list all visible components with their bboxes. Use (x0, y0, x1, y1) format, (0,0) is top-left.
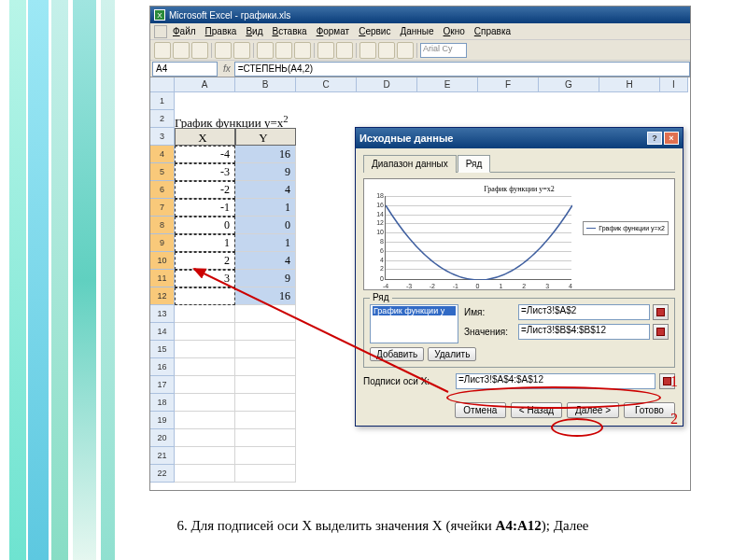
cell-A12[interactable] (175, 287, 235, 305)
tb-open-icon[interactable] (173, 42, 190, 59)
slide-decor (0, 0, 121, 560)
row-17[interactable]: 17 (150, 376, 175, 394)
cell-B9[interactable]: 1 (235, 234, 296, 252)
app-menu-icon[interactable] (154, 25, 167, 38)
menu-file[interactable]: Файл (169, 25, 200, 37)
cell-B8[interactable]: 0 (235, 217, 296, 234)
cell-A7[interactable]: -1 (175, 199, 235, 217)
xaxis-input[interactable]: =Лист3!$A$4:$A$12 (456, 373, 655, 389)
row-21[interactable]: 21 (150, 447, 175, 465)
tb-print-icon[interactable] (215, 42, 232, 59)
cell-B6[interactable]: 4 (235, 181, 296, 199)
row-10[interactable]: 10 (150, 252, 175, 270)
cell-hx[interactable]: X (175, 128, 235, 146)
cell-A9[interactable]: 1 (175, 234, 235, 252)
row-9[interactable]: 9 (150, 234, 175, 252)
col-F[interactable]: F (478, 77, 539, 92)
tb-chart-icon[interactable] (397, 42, 414, 59)
name-ref-icon[interactable] (653, 304, 669, 320)
select-all-corner[interactable] (150, 77, 175, 92)
font-combo[interactable]: Arial Cy (420, 43, 467, 58)
next-button[interactable]: Далее > (567, 402, 619, 418)
row-13[interactable]: 13 (150, 305, 175, 323)
values-ref-icon[interactable] (653, 324, 669, 340)
row-4[interactable]: 4 (150, 146, 175, 163)
tb-sum-icon[interactable] (359, 42, 376, 59)
row-22[interactable]: 22 (150, 465, 175, 483)
tab-series[interactable]: Ряд (458, 155, 491, 173)
values-input[interactable]: =Лист3!$B$4:$B$12 (518, 324, 650, 340)
cell-A11[interactable]: 3 (175, 270, 235, 287)
col-B[interactable]: B (235, 77, 296, 92)
tb-copy-icon[interactable] (275, 42, 292, 59)
row-7[interactable]: 7 (150, 199, 175, 217)
row-14[interactable]: 14 (150, 323, 175, 341)
tb-redo-icon[interactable] (336, 42, 353, 59)
name-box[interactable]: A4 (152, 62, 218, 77)
col-A[interactable]: A (175, 77, 235, 92)
cell-A5[interactable]: -3 (175, 163, 235, 181)
row-5[interactable]: 5 (150, 163, 175, 181)
finish-button[interactable]: Готово (624, 402, 675, 418)
delete-series-button[interactable]: Удалить (428, 347, 476, 361)
menu-edit[interactable]: Правка (202, 25, 241, 37)
menu-insert[interactable]: Вставка (268, 25, 310, 37)
cell-B5[interactable]: 9 (235, 163, 296, 181)
tb-sort-icon[interactable] (378, 42, 395, 59)
col-H[interactable]: H (599, 77, 660, 92)
col-D[interactable]: D (357, 77, 417, 92)
row-20[interactable]: 20 (150, 429, 175, 447)
add-series-button[interactable]: Добавить (370, 347, 424, 361)
cell-B12[interactable]: 16 (235, 287, 296, 305)
row-2[interactable]: 2 (150, 110, 175, 128)
row-15[interactable]: 15 (150, 341, 175, 358)
menu-data[interactable]: Данные (396, 25, 437, 37)
cell-B11[interactable]: 9 (235, 270, 296, 287)
cell-B10[interactable]: 4 (235, 252, 296, 270)
tb-undo-icon[interactable] (317, 42, 334, 59)
cell-A10[interactable]: 2 (175, 252, 235, 270)
row-16[interactable]: 16 (150, 358, 175, 376)
name-input[interactable]: =Лист3!$A$2 (518, 304, 650, 320)
menu-help[interactable]: Справка (471, 25, 514, 37)
row-19[interactable]: 19 (150, 412, 175, 429)
col-I[interactable]: I (660, 77, 688, 92)
row-3[interactable]: 3 (150, 128, 175, 146)
row-6[interactable]: 6 (150, 181, 175, 199)
col-E[interactable]: E (417, 77, 478, 92)
menu-window[interactable]: Окно (440, 25, 469, 37)
back-button[interactable]: < Назад (511, 402, 562, 418)
cell-A4[interactable]: -4 (175, 146, 235, 163)
col-C[interactable]: C (296, 77, 357, 92)
menu-tools[interactable]: Сервис (355, 25, 394, 37)
menu-format[interactable]: Формат (313, 25, 354, 37)
tb-paste-icon[interactable] (294, 42, 311, 59)
tb-preview-icon[interactable] (233, 42, 250, 59)
row-8[interactable]: 8 (150, 217, 175, 234)
series-listbox[interactable]: График функции y (370, 304, 458, 343)
fx-icon[interactable]: fx (223, 63, 231, 74)
name-label: Имя: (464, 307, 515, 317)
row-12[interactable]: 12 (150, 287, 175, 305)
cell-title[interactable]: График функции y=x2 (175, 110, 296, 128)
tb-cut-icon[interactable] (257, 42, 274, 59)
cell-B7[interactable]: 1 (235, 199, 296, 217)
cancel-button[interactable]: Отмена (455, 402, 506, 418)
row-18[interactable]: 18 (150, 394, 175, 412)
row-11[interactable]: 11 (150, 270, 175, 287)
help-icon[interactable]: ? (647, 132, 662, 145)
close-icon[interactable]: × (664, 132, 679, 145)
cell-hy[interactable]: Y (235, 128, 296, 146)
tb-save-icon[interactable] (191, 42, 208, 59)
col-G[interactable]: G (539, 77, 599, 92)
formula-input[interactable]: =СТЕПЕНЬ(A4,2) (234, 62, 690, 77)
cell-A8[interactable]: 0 (175, 217, 235, 234)
tab-range[interactable]: Диапазон данных (363, 155, 457, 173)
row-1[interactable]: 1 (150, 92, 175, 110)
cell-A6[interactable]: -2 (175, 181, 235, 199)
dialog-titlebar[interactable]: Исходные данные ? × (356, 128, 683, 148)
menu-view[interactable]: Вид (242, 25, 266, 37)
app-name: Microsoft Excel (169, 10, 233, 21)
cell-B4[interactable]: 16 (235, 146, 296, 163)
tb-new-icon[interactable] (154, 42, 171, 59)
